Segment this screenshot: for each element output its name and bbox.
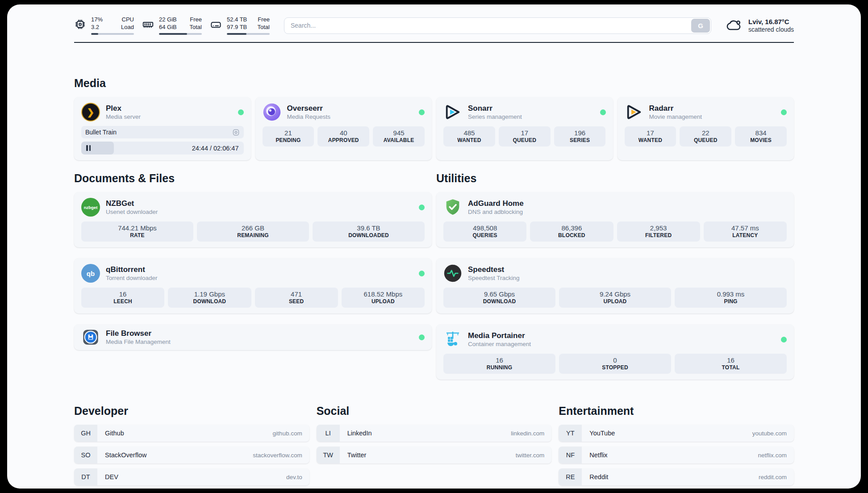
status-indicator xyxy=(419,334,425,340)
app-description: Media Requests xyxy=(287,113,331,121)
stat-box: 196 SERIES xyxy=(554,126,606,146)
section-title-entertainment: Entertainment xyxy=(559,405,794,418)
radarr-icon xyxy=(625,103,643,121)
app-card-plex[interactable]: ❯ Plex Media server Bullet Train xyxy=(74,97,251,160)
header: 17% 3.2 CPU Load xyxy=(74,4,794,35)
status-indicator xyxy=(419,205,425,210)
bookmark-badge: NF xyxy=(559,447,582,464)
stat-box: 2,953 FILTERED xyxy=(617,221,700,242)
bookmark-name: Reddit xyxy=(589,473,608,480)
stat-box: 471 SEED xyxy=(255,288,338,308)
bookmark-name: Netflix xyxy=(589,451,607,459)
search-box: G xyxy=(284,17,711,34)
app-description: Torrent downloader xyxy=(106,275,158,282)
stat-box: 618.52 Mbps UPLOAD xyxy=(342,288,425,308)
bookmark-github[interactable]: GH Github github.com xyxy=(74,425,309,442)
stat-box: 16 RUNNING xyxy=(443,354,555,374)
bookmark-name: Twitter xyxy=(347,451,367,459)
cpu-widget: 17% 3.2 CPU Load xyxy=(74,16,134,35)
cpu-load-value: 3.2 xyxy=(91,24,103,31)
app-name: Overseerr xyxy=(287,104,331,113)
portainer-icon xyxy=(443,330,462,349)
disk-label-2: Total xyxy=(258,24,270,31)
app-card-qbittorrent[interactable]: qb qBittorrent Torrent downloader 16 LEE… xyxy=(74,258,432,313)
app-name: AdGuard Home xyxy=(468,199,524,208)
search-engine-button[interactable]: G xyxy=(691,19,710,33)
bookmark-url: github.com xyxy=(273,430,302,437)
status-indicator xyxy=(781,109,787,115)
app-card-filebrowser[interactable]: File Browser Media File Management xyxy=(74,324,432,350)
bookmark-badge: SO xyxy=(74,447,97,464)
playback-time: 24:44 / 02:06:47 xyxy=(192,145,244,152)
bookmark-netflix[interactable]: NF Netflix netflix.com xyxy=(559,447,794,464)
app-description: Usenet downloader xyxy=(106,209,158,216)
bookmark-name: StackOverflow xyxy=(105,451,146,459)
bookmark-twitter[interactable]: TW Twitter twitter.com xyxy=(317,447,552,464)
app-description: Container management xyxy=(468,341,531,348)
app-description: DNS and adblocking xyxy=(468,209,524,216)
app-description: Media File Management xyxy=(106,338,171,346)
app-description: Series management xyxy=(468,113,522,121)
app-card-overseerr[interactable]: Overseerr Media Requests 21 PENDING 40 A… xyxy=(255,97,432,160)
status-indicator xyxy=(419,271,425,276)
bookmark-badge: LI xyxy=(317,425,340,442)
pause-icon xyxy=(86,145,91,151)
disk-widget: 52.4 TB 97.9 TB Free Total xyxy=(210,16,270,35)
app-card-radarr[interactable]: Radarr Movie management 17 WANTED 22 QUE… xyxy=(618,97,794,160)
sonarr-icon xyxy=(443,103,462,121)
disk-free: 52.4 TB xyxy=(227,16,247,24)
memory-label-2: Total xyxy=(190,24,202,31)
app-card-portainer[interactable]: Media Portainer Container management 16 … xyxy=(436,324,794,380)
cloud-icon xyxy=(726,17,743,33)
memory-progress-bar xyxy=(159,33,202,35)
disk-drive-icon xyxy=(210,18,222,30)
memory-widget: 22 GiB 64 GiB Free Total xyxy=(142,16,202,35)
bookmark-dev[interactable]: DT DEV dev.to xyxy=(74,468,309,485)
status-indicator xyxy=(238,109,244,115)
bookmark-url: linkedin.com xyxy=(511,430,544,437)
app-description: Media server xyxy=(106,113,141,121)
stat-box: 485 WANTED xyxy=(443,126,495,146)
app-card-nzbget[interactable]: nzbget NZBGet Usenet downloader 744.21 M… xyxy=(74,192,432,247)
playback-progress: 24:44 / 02:06:47 xyxy=(81,142,244,155)
dashboard-page: 17% 3.2 CPU Load xyxy=(7,4,861,489)
bookmark-linkedin[interactable]: LI LinkedIn linkedin.com xyxy=(317,425,552,442)
app-name: Radarr xyxy=(649,104,702,113)
app-card-adguard[interactable]: AdGuard Home DNS and adblocking 498,508 … xyxy=(436,192,794,247)
app-description: Speedtest Tracking xyxy=(468,275,520,282)
section-title-documents: Documents & Files xyxy=(74,172,432,185)
stat-box: 40 APPROVED xyxy=(317,126,369,146)
stat-box: 0 STOPPED xyxy=(559,354,671,374)
app-name: Plex xyxy=(106,104,141,113)
bookmark-url: twitter.com xyxy=(516,452,545,459)
app-card-sonarr[interactable]: Sonarr Series management 485 WANTED 17 Q… xyxy=(436,97,613,160)
status-indicator xyxy=(781,337,787,343)
section-title-social: Social xyxy=(317,405,552,418)
disk-total: 97.9 TB xyxy=(227,24,247,31)
bookmark-youtube[interactable]: YT YouTube youtube.com xyxy=(559,425,794,442)
bookmark-reddit[interactable]: RE Reddit reddit.com xyxy=(559,468,794,485)
app-name: Speedtest xyxy=(468,265,520,274)
search-input[interactable] xyxy=(291,22,690,29)
stat-box: 21 PENDING xyxy=(263,126,314,146)
cpu-label-2: Load xyxy=(121,24,134,31)
bookmark-url: reddit.com xyxy=(759,474,787,480)
stat-box: 22 QUEUED xyxy=(680,126,731,146)
now-playing-title: Bullet Train xyxy=(85,129,117,136)
status-indicator xyxy=(419,109,425,115)
bookmark-stackoverflow[interactable]: SO StackOverflow stackoverflow.com xyxy=(74,447,309,464)
disk-label-1: Free xyxy=(258,16,270,24)
bookmark-badge: RE xyxy=(559,468,582,485)
cpu-chip-icon xyxy=(74,18,86,30)
qbittorrent-icon: qb xyxy=(81,264,100,283)
stat-box: 945 AVAILABLE xyxy=(373,126,425,146)
app-card-speedtest[interactable]: Speedtest Speedtest Tracking 9.65 Gbps D… xyxy=(436,258,794,313)
stat-box: 9.65 Gbps DOWNLOAD xyxy=(443,288,555,308)
bookmark-url: netflix.com xyxy=(758,452,787,459)
now-playing-row: Bullet Train xyxy=(81,126,244,138)
memory-free: 22 GiB xyxy=(159,16,177,24)
stat-box: 17 WANTED xyxy=(625,126,676,146)
bookmark-name: LinkedIn xyxy=(347,430,372,437)
ram-icon xyxy=(142,18,154,30)
bookmark-url: youtube.com xyxy=(752,430,787,437)
